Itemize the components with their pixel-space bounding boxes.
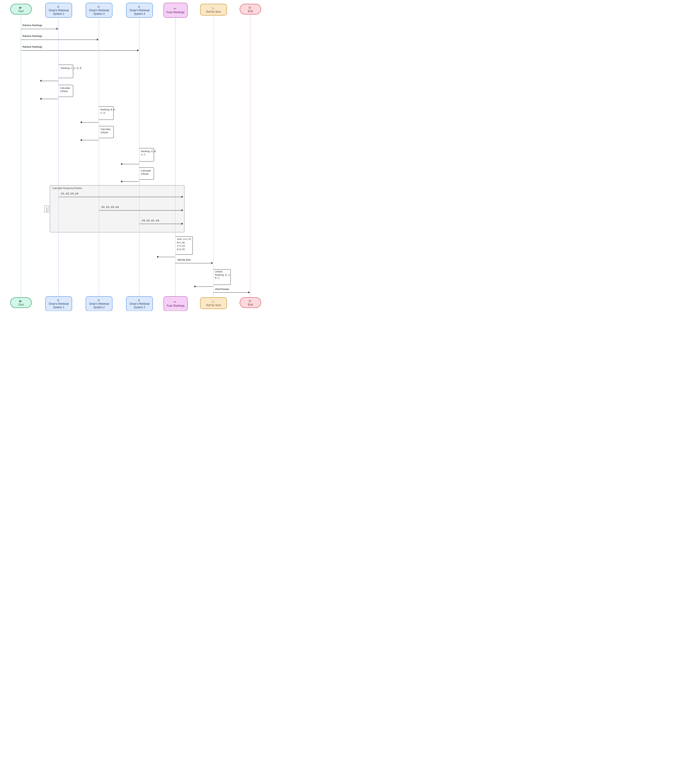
lifeline-start: [21, 15, 21, 297]
lifeline-end: [250, 15, 250, 297]
db-icon-r1b: ≡: [57, 298, 59, 302]
lifeline-ret1: [58, 18, 59, 297]
lifeline-sort: [213, 16, 213, 297]
calc2-label: Calculate1/Rank: [100, 128, 111, 134]
return-ranking3: [121, 163, 139, 165]
par-box: par Calculate Reciprocal Ranks 1/1, 1/2,…: [50, 185, 184, 232]
retrieval1-node-top: ≡ Omar's Retrieval System 1: [45, 3, 72, 18]
rr1-label: 1/1, 1/2, 1/3, 1/4: [61, 192, 78, 195]
start-node-top: ▶ Start: [10, 4, 32, 15]
msg-retrieve1: Retrieve Rankings: [21, 28, 58, 30]
return-calc2: [80, 139, 98, 141]
msg-retrieve3: Retrieve Rankings: [21, 49, 139, 52]
db-icon-r2t: ≡: [97, 5, 99, 8]
retrieval2-node-top: ≡ Omar's Retrieval System 2: [86, 3, 113, 18]
start-node-bot: ▶ Start: [10, 297, 32, 308]
retrieval3-node-top: ≡ Omar's Retrieval System 3: [126, 3, 153, 18]
sort-node-bot: ↕↓ Sort by Sum: [200, 297, 227, 309]
rr2-label: 1/2, 1/1, 1/3, 1/4: [101, 206, 119, 208]
scissors-icon-bot: ✂: [173, 300, 176, 304]
return-calc3: [121, 180, 139, 183]
ranking2-label: Ranking: B, A,C, D: [100, 108, 116, 114]
sum-label: Sum: A=1.79,B=1.46,C=1.16,D=2.25: [177, 237, 192, 251]
db-icon-r3b: ≡: [138, 298, 140, 302]
rr3-arrow: 1/3, 1/2, 1/1, 1/4: [140, 223, 183, 225]
end-process-label: End Process: [215, 288, 229, 290]
rr2-arrow: 1/2, 1/1, 1/3, 1/4: [99, 209, 183, 211]
return-unified: [194, 285, 213, 288]
db-icon-r1t: ≡: [57, 5, 59, 8]
fuse-node-bot: ✂ Fuse Rankings: [163, 296, 188, 311]
db-icon-r3t: ≡: [138, 5, 140, 8]
sort-by-sum-label: Sort by Sum: [177, 258, 191, 261]
end-icon-top: ⊙: [248, 6, 251, 9]
sequence-diagram: ▶ Start ≡ Omar's Retrieval System 1 ≡ Om…: [0, 0, 280, 311]
return-sum: [157, 256, 175, 258]
retrieval3-node-bot: ≡ Omar's Retrieval System 3: [126, 296, 153, 311]
calc3-label: Calculate1/Rank: [141, 169, 151, 175]
msg-retrieve2-label: Retrieve Rankings: [22, 35, 42, 37]
return-ranking2: [80, 121, 98, 123]
end-node-bot: ⊙ End: [240, 297, 261, 308]
return-calc1: [40, 98, 58, 100]
retrieval2-node-bot: ≡ Omar's Retrieval System 2: [86, 296, 113, 311]
fuse-node-top: ✂ Fuse Rankings: [163, 3, 188, 18]
unified-label: UnifiedRanking: D, A,B, C: [215, 270, 230, 280]
return-ranking1: [40, 80, 58, 82]
msg-retrieve3-label: Retrieve Rankings: [22, 45, 42, 48]
sort-icon-bot: ↕↓: [212, 300, 215, 303]
sort-by-sum-arrow: Sort by Sum: [175, 262, 213, 264]
par-title-label: Calculate Reciprocal Ranks: [52, 187, 82, 190]
rr3-label: 1/3, 1/2, 1/1, 1/4: [142, 219, 159, 222]
retrieval1-node-bot: ≡ Omar's Retrieval System 1: [45, 296, 72, 311]
msg-retrieve2: Retrieve Rankings: [21, 38, 98, 41]
end-icon-bot: ⊙: [248, 299, 251, 303]
scissors-icon-top: ✂: [173, 7, 176, 10]
play-icon: ▶: [19, 6, 22, 9]
ranking1-label: Ranking: A, C, D, B: [61, 67, 82, 70]
end-node-top: ⊙ End: [240, 4, 261, 15]
sort-node-top: ↕↓ Sort by Sum: [200, 4, 227, 16]
lifeline-ret2: [99, 18, 99, 297]
end-process-arrow: End Process: [213, 291, 250, 293]
rr1-arrow: 1/1, 1/2, 1/3, 1/4: [59, 196, 183, 198]
play-icon-bot: ▶: [19, 299, 22, 303]
par-label: par: [44, 205, 49, 212]
sort-icon-top: ↕↓: [212, 6, 215, 10]
msg-retrieve1-label: Retrieve Rankings: [22, 24, 42, 27]
ranking3-label: Ranking: D, B,A, C: [141, 150, 157, 156]
calc1-label: Calculate1/Rank: [60, 87, 70, 93]
db-icon-r2b: ≡: [97, 298, 99, 302]
